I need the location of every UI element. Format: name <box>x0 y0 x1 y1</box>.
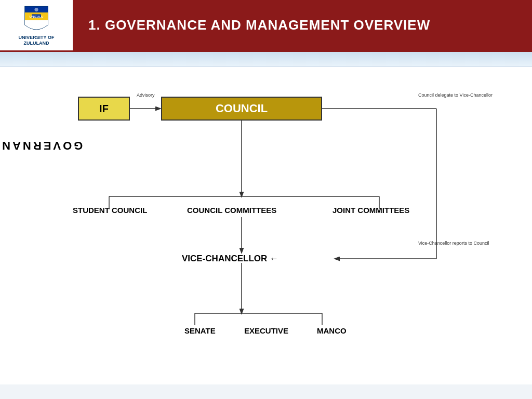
advisory-label: Advisory <box>137 92 155 98</box>
svg-text:UNIZULU: UNIZULU <box>29 15 44 18</box>
university-logo: UNIZULU <box>21 4 52 34</box>
subheader-bar <box>0 52 532 66</box>
vc-reports-label: Vice-Chancellor reports to Council <box>418 241 522 246</box>
diagram-svg <box>57 77 525 378</box>
header-title-bar: 1. GOVERNANCE AND MANAGEMENT OVERVIEW <box>73 0 532 50</box>
executive-label: EXECUTIVE <box>244 326 288 335</box>
council-delegate-label: Council delegate to Vice-Chancellor <box>418 92 522 98</box>
diagram: IF COUNCIL Advisory Council delegate to … <box>57 77 525 378</box>
if-box: IF <box>78 97 130 121</box>
council-committees-label: COUNCIL COMMITTEES <box>187 206 276 215</box>
senate-label: SENATE <box>184 326 216 335</box>
header: UNIZULU UNIVERSITY OF ZULULAND 1. GOVERN… <box>0 0 532 52</box>
vice-chancellor-label: VICE-CHANCELLOR ← <box>182 254 278 264</box>
university-name: UNIVERSITY OF ZULULAND <box>19 35 55 46</box>
joint-committees-label: JOINT COMMITTEES <box>332 206 409 215</box>
student-council-label: STUDENT COUNCIL <box>73 206 147 215</box>
council-box: COUNCIL <box>161 97 322 121</box>
main-content: GOVERNANCE FLOW <box>0 66 532 384</box>
svg-point-0 <box>34 8 38 11</box>
page-title: 1. GOVERNANCE AND MANAGEMENT OVERVIEW <box>88 17 430 33</box>
logo-area: UNIZULU UNIVERSITY OF ZULULAND <box>0 0 73 50</box>
manco-label: MANCO <box>317 326 347 335</box>
